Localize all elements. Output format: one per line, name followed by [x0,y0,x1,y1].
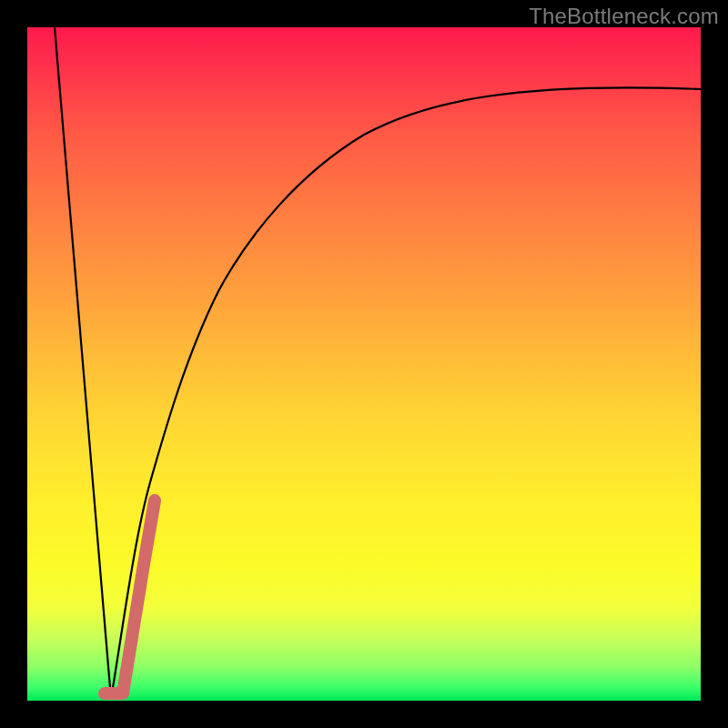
curve-layer [27,27,701,701]
chart-frame: TheBottleneck.com [0,0,728,728]
right-log-curve [111,87,701,699]
left-descent-line [55,27,111,699]
plot-area [27,27,701,701]
watermark-text: TheBottleneck.com [529,4,719,29]
highlight-segment [105,500,155,693]
